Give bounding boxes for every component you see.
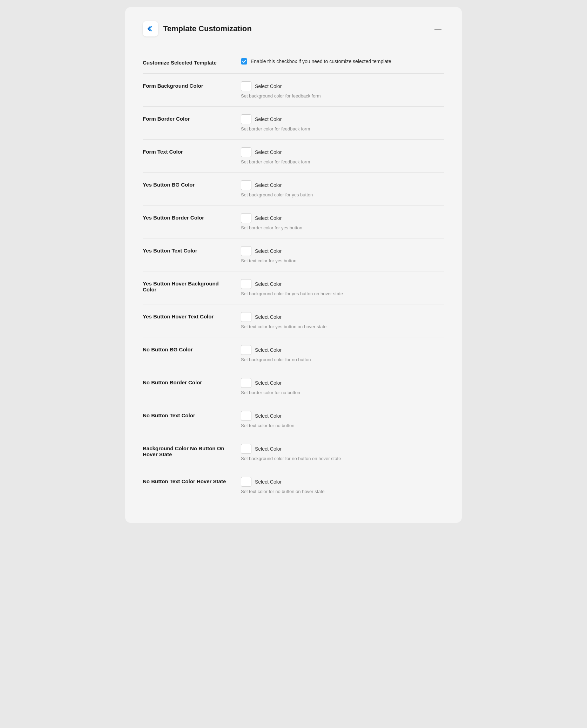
hint-yes-button-bg-color: Set background color for yes button	[241, 192, 444, 197]
label-no-button-bg-color: No Button BG Color	[143, 345, 241, 352]
row-yes-button-hover-text-color: Yes Button Hover Text ColorSelect ColorS…	[143, 304, 444, 337]
select-color-label-yes-button-bg-color[interactable]: Select Color	[255, 182, 282, 188]
panel-header: Template Customization —	[143, 21, 444, 36]
select-color-label-yes-button-border-color[interactable]: Select Color	[255, 215, 282, 221]
content-no-button-text-color-hover: Select ColorSet text color for no button…	[241, 477, 444, 494]
select-color-label-form-text-color[interactable]: Select Color	[255, 149, 282, 155]
select-color-label-bg-color-no-button-on-hover[interactable]: Select Color	[255, 446, 282, 452]
row-yes-button-text-color: Yes Button Text ColorSelect ColorSet tex…	[143, 238, 444, 271]
label-no-button-border-color: No Button Border Color	[143, 378, 241, 385]
content-form-background-color: Select ColorSet background color for fee…	[241, 81, 444, 99]
page-title: Template Customization	[163, 24, 252, 33]
color-swatch-form-background-color[interactable]	[241, 81, 251, 91]
color-picker-row-form-border-color: Select Color	[241, 114, 444, 124]
row-form-background-color: Form Background ColorSelect ColorSet bac…	[143, 74, 444, 107]
label-form-background-color: Form Background Color	[143, 81, 241, 89]
row-form-border-color: Form Border ColorSelect ColorSet border …	[143, 107, 444, 140]
label-form-text-color: Form Text Color	[143, 147, 241, 155]
label-yes-button-hover-bg-color: Yes Button Hover Background Color	[143, 279, 241, 292]
label-form-border-color: Form Border Color	[143, 114, 241, 122]
row-form-text-color: Form Text ColorSelect ColorSet border co…	[143, 140, 444, 173]
row-no-button-border-color: No Button Border ColorSelect ColorSet bo…	[143, 370, 444, 403]
color-swatch-yes-button-hover-text-color[interactable]	[241, 312, 251, 322]
content-form-text-color: Select ColorSet border color for feedbac…	[241, 147, 444, 164]
color-swatch-yes-button-bg-color[interactable]	[241, 180, 251, 190]
content-yes-button-text-color: Select ColorSet text color for yes butto…	[241, 246, 444, 263]
content-bg-color-no-button-on-hover: Select ColorSet background color for no …	[241, 444, 444, 461]
content-yes-button-bg-color: Select ColorSet background color for yes…	[241, 180, 444, 197]
hint-yes-button-text-color: Set text color for yes button	[241, 258, 444, 263]
color-picker-row-no-button-text-color-hover: Select Color	[241, 477, 444, 487]
color-picker-row-yes-button-bg-color: Select Color	[241, 180, 444, 190]
color-swatch-no-button-text-color[interactable]	[241, 411, 251, 421]
select-color-label-yes-button-text-color[interactable]: Select Color	[255, 248, 282, 254]
label-yes-button-text-color: Yes Button Text Color	[143, 246, 241, 254]
row-yes-button-hover-bg-color: Yes Button Hover Background ColorSelect …	[143, 271, 444, 304]
row-customize-selected-template: Customize Selected TemplateEnable this c…	[143, 50, 444, 74]
label-yes-button-bg-color: Yes Button BG Color	[143, 180, 241, 188]
row-no-button-text-color-hover: No Button Text Color Hover StateSelect C…	[143, 469, 444, 502]
row-bg-color-no-button-on-hover: Background Color No Button On Hover Stat…	[143, 436, 444, 469]
label-yes-button-hover-text-color: Yes Button Hover Text Color	[143, 312, 241, 319]
content-form-border-color: Select ColorSet border color for feedbac…	[241, 114, 444, 132]
checkbox-label-customize-selected-template: Enable this checkbox if you need to cust…	[251, 59, 391, 64]
select-color-label-no-button-border-color[interactable]: Select Color	[255, 380, 282, 386]
select-color-label-no-button-text-color[interactable]: Select Color	[255, 413, 282, 419]
checkbox-customize-selected-template[interactable]	[241, 58, 247, 65]
select-color-label-no-button-bg-color[interactable]: Select Color	[255, 347, 282, 353]
select-color-label-yes-button-hover-text-color[interactable]: Select Color	[255, 314, 282, 320]
color-swatch-yes-button-border-color[interactable]	[241, 213, 251, 223]
color-picker-row-yes-button-border-color: Select Color	[241, 213, 444, 223]
color-swatch-form-border-color[interactable]	[241, 114, 251, 124]
logo-icon	[143, 21, 158, 36]
label-no-button-text-color-hover: No Button Text Color Hover State	[143, 477, 241, 484]
content-customize-selected-template: Enable this checkbox if you need to cust…	[241, 58, 444, 65]
header-left: Template Customization	[143, 21, 252, 36]
color-picker-row-yes-button-hover-bg-color: Select Color	[241, 279, 444, 289]
content-yes-button-hover-bg-color: Select ColorSet background color for yes…	[241, 279, 444, 296]
hint-no-button-text-color-hover: Set text color for no button on hover st…	[241, 489, 444, 494]
form-rows: Customize Selected TemplateEnable this c…	[143, 50, 444, 502]
hint-yes-button-hover-bg-color: Set background color for yes button on h…	[241, 291, 444, 296]
row-yes-button-border-color: Yes Button Border ColorSelect ColorSet b…	[143, 205, 444, 238]
content-no-button-bg-color: Select ColorSet background color for no …	[241, 345, 444, 362]
label-no-button-text-color: No Button Text Color	[143, 411, 241, 418]
hint-form-background-color: Set background color for feedback form	[241, 93, 444, 99]
select-color-label-form-background-color[interactable]: Select Color	[255, 83, 282, 89]
label-yes-button-border-color: Yes Button Border Color	[143, 213, 241, 221]
hint-no-button-bg-color: Set background color for no button	[241, 357, 444, 362]
color-swatch-bg-color-no-button-on-hover[interactable]	[241, 444, 251, 454]
color-picker-row-form-text-color: Select Color	[241, 147, 444, 157]
color-picker-row-no-button-border-color: Select Color	[241, 378, 444, 388]
row-no-button-text-color: No Button Text ColorSelect ColorSet text…	[143, 403, 444, 436]
select-color-label-form-border-color[interactable]: Select Color	[255, 116, 282, 122]
minimize-button[interactable]: —	[432, 24, 444, 34]
select-color-label-yes-button-hover-bg-color[interactable]: Select Color	[255, 281, 282, 287]
row-no-button-bg-color: No Button BG ColorSelect ColorSet backgr…	[143, 337, 444, 370]
content-no-button-text-color: Select ColorSet text color for no button	[241, 411, 444, 428]
color-swatch-yes-button-text-color[interactable]	[241, 246, 251, 256]
color-swatch-form-text-color[interactable]	[241, 147, 251, 157]
hint-form-border-color: Set border color for feedback form	[241, 126, 444, 132]
select-color-label-no-button-text-color-hover[interactable]: Select Color	[255, 479, 282, 485]
label-bg-color-no-button-on-hover: Background Color No Button On Hover Stat…	[143, 444, 241, 457]
color-swatch-no-button-bg-color[interactable]	[241, 345, 251, 355]
label-customize-selected-template: Customize Selected Template	[143, 58, 241, 66]
hint-form-text-color: Set border color for feedback form	[241, 159, 444, 164]
content-yes-button-border-color: Select ColorSet border color for yes but…	[241, 213, 444, 230]
color-swatch-no-button-text-color-hover[interactable]	[241, 477, 251, 487]
color-picker-row-bg-color-no-button-on-hover: Select Color	[241, 444, 444, 454]
color-swatch-no-button-border-color[interactable]	[241, 378, 251, 388]
color-picker-row-yes-button-text-color: Select Color	[241, 246, 444, 256]
main-panel: Template Customization — Customize Selec…	[125, 7, 462, 523]
hint-yes-button-hover-text-color: Set text color for yes button on hover s…	[241, 324, 444, 329]
hint-no-button-text-color: Set text color for no button	[241, 423, 444, 428]
color-picker-row-no-button-text-color: Select Color	[241, 411, 444, 421]
row-yes-button-bg-color: Yes Button BG ColorSelect ColorSet backg…	[143, 173, 444, 205]
color-swatch-yes-button-hover-bg-color[interactable]	[241, 279, 251, 289]
content-no-button-border-color: Select ColorSet border color for no butt…	[241, 378, 444, 395]
hint-bg-color-no-button-on-hover: Set background color for no button on ho…	[241, 456, 444, 461]
color-picker-row-yes-button-hover-text-color: Select Color	[241, 312, 444, 322]
hint-no-button-border-color: Set border color for no button	[241, 390, 444, 395]
checkbox-row-customize-selected-template: Enable this checkbox if you need to cust…	[241, 58, 444, 65]
